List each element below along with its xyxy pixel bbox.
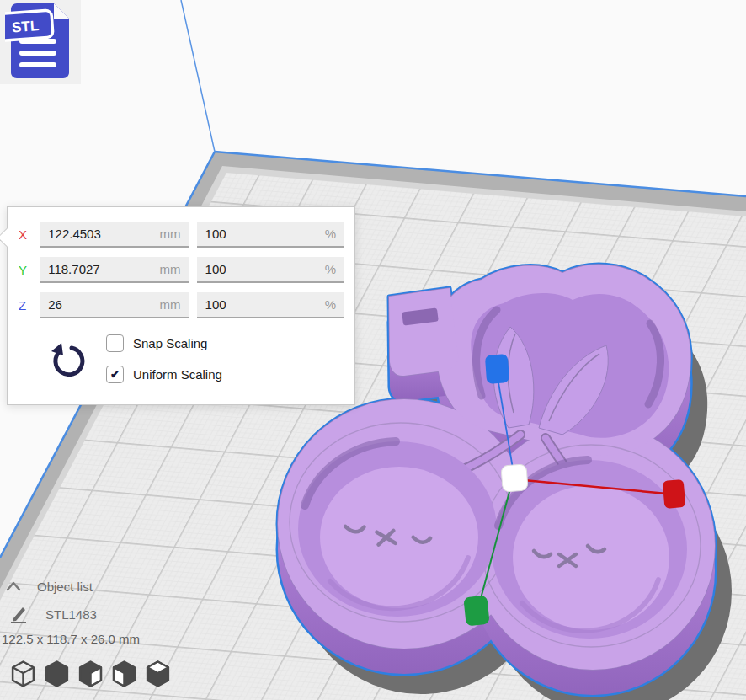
axis-x-label: X	[19, 227, 40, 242]
view-left-button[interactable]	[111, 660, 137, 688]
view-top-button[interactable]	[77, 660, 104, 688]
scale-tool-panel: X mm % Y mm % Z mm	[7, 206, 355, 405]
view-left-icon	[111, 660, 137, 688]
gizmo-y-handle[interactable]	[463, 596, 489, 627]
uniform-scaling-checkbox[interactable]: ✔ Uniform Scaling	[106, 364, 222, 384]
scale-z-percent-input[interactable]	[197, 292, 344, 317]
uniform-scaling-label: Uniform Scaling	[133, 367, 222, 382]
axis-y-label: Y	[19, 263, 40, 277]
gizmo-x-handle[interactable]	[663, 479, 686, 509]
view-right-button[interactable]	[145, 660, 171, 688]
scale-z-mm-input[interactable]	[40, 292, 188, 317]
pencil-icon	[8, 604, 29, 624]
scale-y-percent-input[interactable]	[197, 257, 344, 281]
axis-z-label: Z	[19, 298, 40, 313]
left-cherry-cavity	[298, 441, 497, 617]
stl-badge-label: STL	[11, 18, 39, 35]
view-top-icon	[77, 660, 104, 688]
scale-row-z: Z mm %	[19, 292, 344, 318]
object-list-title: Object list	[37, 580, 93, 594]
scale-x-mm-input[interactable]	[40, 222, 188, 246]
stl-file-button[interactable]: STL	[0, 0, 81, 84]
gizmo-center-handle[interactable]	[501, 464, 528, 492]
object-list-item-name: STL1483	[45, 607, 97, 622]
snap-scaling-box[interactable]	[106, 334, 124, 352]
snap-scaling-checkbox[interactable]: Snap Scaling	[106, 333, 207, 353]
view-3d-button[interactable]	[10, 660, 36, 688]
object-list-item[interactable]: STL1483	[8, 603, 241, 625]
scale-row-y: Y mm %	[19, 257, 344, 283]
cura-window: STL X mm % Y mm %	[0, 0, 746, 700]
object-list-header[interactable]: Object list	[5, 576, 241, 596]
reset-icon	[49, 343, 86, 383]
reset-scale-button[interactable]	[49, 343, 86, 383]
model-dimensions-readout: 122.5 x 118.7 x 26.0 mm	[2, 632, 140, 646]
snap-scaling-label: Snap Scaling	[133, 336, 207, 350]
scale-row-x: X mm %	[19, 222, 344, 248]
camera-view-toolbar	[10, 660, 171, 688]
scale-x-percent-input[interactable]	[197, 222, 344, 246]
chevron-up-icon	[5, 580, 22, 593]
view-front-button[interactable]	[44, 660, 70, 688]
stl-file-icon: STL	[5, 2, 77, 83]
view-front-icon	[44, 660, 70, 688]
view-3d-icon	[10, 660, 36, 688]
object-list-panel: Object list STL1483	[5, 576, 241, 625]
scale-y-mm-input[interactable]	[40, 257, 188, 281]
gizmo-z-handle[interactable]	[485, 354, 509, 384]
view-right-icon	[145, 660, 171, 688]
uniform-scaling-box[interactable]: ✔	[106, 366, 124, 383]
